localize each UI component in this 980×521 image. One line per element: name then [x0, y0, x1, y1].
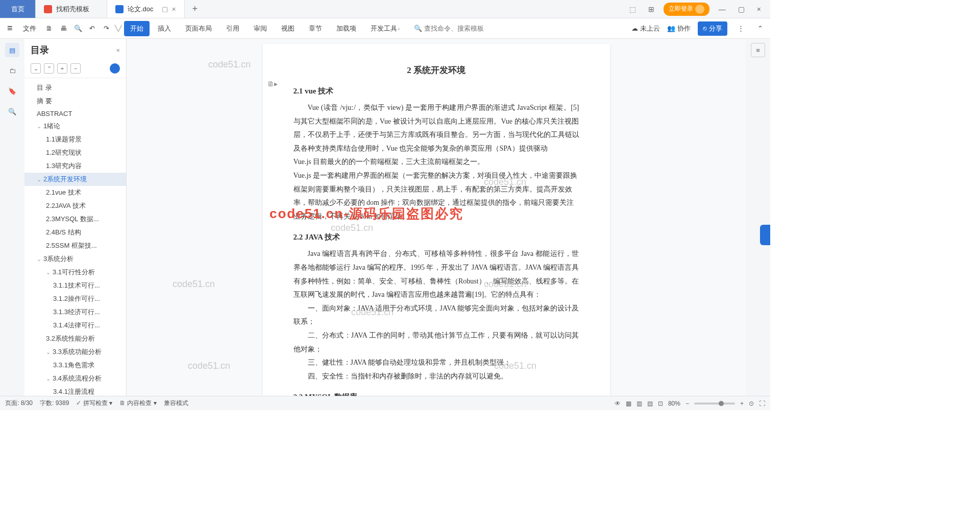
redo-icon[interactable]: ↷	[101, 22, 113, 35]
side-pull-tab[interactable]	[760, 225, 770, 245]
outline-item[interactable]: 3.1.2操作可行...	[24, 292, 126, 305]
search-rail-icon[interactable]: 🔍	[5, 104, 19, 119]
spell-check[interactable]: ✓ 拼写检查 ▾	[76, 399, 112, 408]
view-mode-3-icon[interactable]: ▤	[647, 400, 653, 407]
layout-icon[interactable]: ⬚	[626, 5, 639, 13]
minimize-button[interactable]: —	[716, 5, 729, 13]
new-tab-button[interactable]: +	[185, 0, 205, 18]
paragraph: 四、安全性：当指针和内存被删除时，非法的内存就可以避免。	[293, 370, 579, 384]
eye-icon[interactable]: 👁	[615, 400, 621, 407]
tab-view[interactable]: 视图	[275, 21, 301, 36]
view-mode-2-icon[interactable]: ▥	[636, 400, 642, 407]
outline-close-icon[interactable]: ×	[116, 46, 120, 54]
tab-start[interactable]: 开始	[124, 21, 150, 36]
zoom-level[interactable]: 80%	[668, 400, 680, 407]
outline-item[interactable]: 1.3研究内容	[24, 159, 126, 173]
outline-item[interactable]: 3.4.1注册流程	[24, 385, 126, 396]
outline-item[interactable]: 3.2系统性能分析	[24, 332, 126, 345]
undo-icon[interactable]: ↶	[86, 22, 99, 35]
outline-item[interactable]: 3.3系统功能分析	[24, 345, 126, 359]
search-input[interactable]	[424, 25, 496, 32]
clipboard-rail-icon[interactable]: 🗀	[5, 63, 19, 78]
outline-item[interactable]: 3.1.3经济可行...	[24, 305, 126, 319]
file-menu[interactable]: 文件	[18, 21, 41, 36]
outline-item[interactable]: 3系统分析	[24, 252, 126, 266]
bookmark-rail-icon[interactable]: 🔖	[5, 84, 19, 98]
tab-insert[interactable]: 插入	[152, 21, 177, 36]
outline-tree: 目 录摘 要ABSTRACT1绪论1.1课题背景1.2研究现状1.3研究内容2系…	[24, 78, 126, 396]
menu-icon[interactable]: ≡	[4, 23, 16, 34]
share-button[interactable]: ⎋分享	[698, 21, 727, 36]
tab-addons[interactable]: 加载项	[330, 21, 362, 36]
zoom-in-icon[interactable]: +	[740, 400, 744, 407]
outline-item[interactable]: 3.4系统流程分析	[24, 372, 126, 385]
maximize-button[interactable]: ▢	[735, 5, 748, 13]
outline-item[interactable]: 3.1.4法律可行...	[24, 319, 126, 332]
sync-tool[interactable]	[110, 63, 120, 74]
save-icon[interactable]: 🗎	[43, 22, 56, 35]
print-icon[interactable]: 🖶	[58, 22, 70, 35]
view-mode-4-icon[interactable]: ⊡	[658, 400, 663, 407]
cloud-status[interactable]: ☁未上云	[631, 24, 660, 33]
fullscreen-icon[interactable]: ⛶	[759, 400, 765, 407]
popout-icon[interactable]: ▢	[162, 5, 168, 13]
outline-item[interactable]: 2.2JAVA 技术	[24, 199, 126, 212]
outline-item[interactable]: 3.3.1角色需求	[24, 359, 126, 372]
collab-button[interactable]: 👥协作	[667, 24, 691, 33]
tab-section[interactable]: 章节	[303, 21, 328, 36]
template-tab[interactable]: 找稻壳模板	[36, 0, 107, 18]
outline-item[interactable]: 2.3MYSQL 数据...	[24, 212, 126, 226]
outline-item[interactable]: 2.4B/S 结构	[24, 226, 126, 239]
document-area[interactable]: 🗎▸ 2 系统开发环境 2.1 vue 技术 Vue (读音 /vjuː/，类似…	[127, 39, 746, 396]
tab-review[interactable]: 审阅	[248, 21, 273, 36]
tab-dev-tools[interactable]: 开发工具›	[364, 21, 406, 36]
outline-item[interactable]: ABSTRACT	[24, 108, 126, 120]
compat-mode[interactable]: 兼容模式	[164, 399, 188, 408]
tab-page-layout[interactable]: 页面布局	[179, 21, 218, 36]
close-window-button[interactable]: ×	[754, 5, 764, 13]
view-mode-1-icon[interactable]: ▦	[626, 400, 631, 407]
paragraph: Vue.js 是一套构建用户界面的框架（一套完整的解决方案，对项目侵入性大，中途…	[293, 169, 579, 223]
collapse-ribbon-icon[interactable]: ⌃	[754, 22, 766, 35]
outline-item[interactable]: 2.5SSM 框架技...	[24, 239, 126, 252]
fit-icon[interactable]: ⊙	[749, 400, 754, 407]
outline-item[interactable]: 2.1vue 技术	[24, 186, 126, 199]
section-2-2: 2.2 JAVA 技术	[293, 232, 579, 242]
home-tab[interactable]: 首页	[0, 0, 36, 18]
spell-icon: ✓	[76, 399, 81, 407]
minus-tool[interactable]: −	[70, 63, 81, 74]
outline-rail-icon[interactable]: ▤	[5, 43, 19, 57]
word-count[interactable]: 字数: 9389	[40, 399, 69, 408]
outline-toolbar: ⌄ ⌃ + −	[24, 61, 126, 78]
outline-item[interactable]: 目 录	[24, 81, 126, 94]
close-icon[interactable]: ×	[172, 5, 176, 13]
page-comment-icon[interactable]: 🗎▸	[267, 80, 278, 88]
outline-item[interactable]: 2系统开发环境	[24, 173, 126, 186]
plus-tool[interactable]: +	[57, 63, 67, 74]
collapse-tool[interactable]: ⌄	[31, 63, 41, 74]
paragraph: 二、分布式：JAVA 工作的同时，带动其他计算节点工作，只要有网络，就可以访问其…	[293, 329, 579, 356]
tab-reference[interactable]: 引用	[220, 21, 246, 36]
zoom-out-icon[interactable]: −	[685, 400, 689, 407]
zoom-slider[interactable]	[694, 402, 735, 405]
content-check[interactable]: 🗎 内容检查 ▾	[119, 399, 157, 408]
outline-item[interactable]: 3.1.1技术可行...	[24, 279, 126, 292]
outline-item[interactable]: 1.2研究现状	[24, 146, 126, 159]
page-indicator[interactable]: 页面: 8/30	[5, 399, 33, 408]
command-search[interactable]: 🔍	[414, 25, 496, 32]
outline-item[interactable]: 1绪论	[24, 120, 126, 133]
template-icon	[44, 5, 52, 13]
chevron-down-icon[interactable]: ╲╱	[115, 25, 122, 32]
document-tab[interactable]: 论文.doc▢×	[107, 0, 185, 18]
outline-item[interactable]: 1.1课题背景	[24, 133, 126, 146]
right-panel-toggle-icon[interactable]: ≡	[751, 43, 765, 57]
outline-item[interactable]: 摘 要	[24, 94, 126, 108]
preview-icon[interactable]: 🔍	[72, 22, 84, 35]
apps-icon[interactable]: ⊞	[645, 5, 657, 13]
watermark: code51.cn	[188, 361, 230, 371]
login-button[interactable]: 立即登录	[664, 3, 709, 16]
expand-up-tool[interactable]: ⌃	[44, 63, 54, 74]
more-icon[interactable]: ⋮	[734, 22, 747, 35]
outline-item[interactable]: 3.1可行性分析	[24, 266, 126, 279]
paragraph: 一、面向对象：JAVA 适用于分布式环境，JAVA 能够完全面向对象，包括对象的…	[293, 302, 579, 329]
